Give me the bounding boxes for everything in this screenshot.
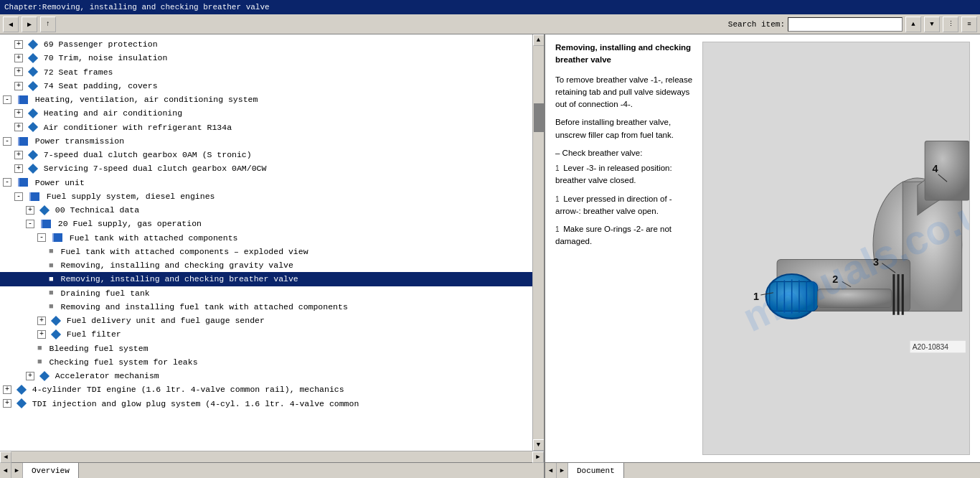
hscroll-right-btn[interactable]: ▶ — [532, 451, 544, 463]
tree-label: Fuel tank with attached components — [70, 233, 238, 243]
tree-item-heating-ac[interactable]: + Heating and air conditioning — [0, 106, 532, 120]
para-o-rings: 1 Make sure O-rings -2- are not damaged. — [555, 223, 695, 248]
doc-icon: ■ — [49, 245, 54, 258]
tree-item-remove-tank[interactable]: ■ Removing and installing fuel tank with… — [0, 300, 532, 314]
tree-item-fuel-tank[interactable]: - Fuel tank with attached components — [0, 231, 532, 245]
tree-item-fuel-diesel[interactable]: - Fuel supply system, diesel engines — [0, 189, 532, 203]
content-title: Removing, installing and checking breath… — [555, 42, 695, 67]
tree-item-00-tech[interactable]: + 00 Technical data — [0, 203, 532, 217]
tree-label: Fuel delivery unit and fuel gauge sender — [67, 316, 265, 325]
expand-icon[interactable]: + — [3, 399, 11, 408]
tree-item-7spd[interactable]: + 7-speed dual clutch gearbox 0AM (S tro… — [0, 148, 532, 161]
expand-icon[interactable]: - — [14, 192, 23, 201]
scroll-up-btn[interactable]: ▲ — [533, 34, 545, 46]
tree-hscrollbar[interactable]: ◀ ▶ — [0, 451, 544, 462]
expand-icon[interactable]: + — [37, 317, 46, 325]
hscroll-left-btn[interactable]: ◀ — [0, 451, 11, 463]
tree-item-20-fuel[interactable]: - 20 Fuel supply, gas operation — [0, 217, 532, 230]
tree-item-breather[interactable]: ■ Removing, installing and checking brea… — [0, 272, 532, 286]
statusbar: ◀ ▶ Overview ◀ ▶ Document — [0, 462, 980, 478]
expand-icon[interactable]: + — [14, 54, 23, 62]
tree-item-power-unit[interactable]: - Power unit — [0, 176, 532, 189]
expand-icon[interactable]: + — [14, 164, 23, 173]
tree-item-fuel-filter[interactable]: + Fuel filter — [0, 327, 532, 341]
tree-item-accelerator[interactable]: + Accelerator mechanism — [0, 369, 532, 383]
tree-item-70[interactable]: + 70 Trim, noise insulation — [0, 51, 532, 65]
expand-icon[interactable]: + — [14, 151, 23, 159]
tree-item-bleeding[interactable]: ■ Bleeding fuel system — [0, 342, 532, 355]
expand-icon[interactable]: + — [14, 109, 23, 118]
search-label: Search item: — [728, 20, 785, 29]
tree-scrollbar[interactable]: ▲ ▼ — [532, 34, 544, 451]
tree-item-fuel-delivery[interactable]: + Fuel delivery unit and fuel gauge send… — [0, 314, 532, 327]
expand-icon[interactable]: + — [37, 330, 46, 339]
tree-label: 72 Seat frames — [44, 67, 113, 77]
tab-document[interactable]: Document — [568, 463, 624, 478]
tree-label: Fuel supply system, diesel engines — [47, 192, 215, 201]
right-panel: Removing, installing and checking breath… — [545, 34, 980, 462]
search-next-btn[interactable]: ▼ — [924, 17, 940, 32]
tree-label: 7-speed dual clutch gearbox 0AM (S troni… — [44, 150, 252, 159]
tree-label: Air conditioner with refrigerant R134a — [44, 123, 232, 132]
scroll-thumb[interactable] — [534, 103, 544, 132]
left-status: ◀ ▶ Overview — [0, 463, 545, 478]
view-btn-2[interactable]: ≡ — [961, 17, 977, 32]
doc-icon: ■ — [49, 260, 54, 272]
tree-label: 70 Trim, noise insulation — [44, 53, 168, 62]
main-container: + 69 Passenger protection + 70 Trim, noi… — [0, 34, 980, 462]
tree-item-69[interactable]: + 69 Passenger protection — [0, 37, 532, 51]
toolbar-btn-2[interactable]: ▶ — [22, 17, 37, 32]
doc-icon: ■ — [49, 273, 54, 286]
expand-icon[interactable]: - — [26, 220, 34, 228]
tree-item-service-7spd[interactable]: + Servicing 7-speed dual clutch gearbox … — [0, 161, 532, 175]
search-prev-btn[interactable]: ▲ — [905, 17, 921, 32]
expand-icon[interactable]: - — [3, 95, 11, 104]
technical-diagram: 1 2 3 4 — [703, 42, 969, 454]
tree-item-power-trans[interactable]: - Power transmission — [0, 134, 532, 148]
tab-overview[interactable]: Overview — [23, 463, 79, 478]
scroll-right-btn[interactable]: ▶ — [11, 463, 23, 478]
expand-icon[interactable]: + — [14, 40, 23, 49]
expand-icon[interactable]: + — [14, 82, 23, 90]
tree-item-72[interactable]: + 72 Seat frames — [0, 65, 532, 79]
expand-icon[interactable]: + — [14, 67, 23, 76]
tree-label: Accelerator mechanism — [55, 371, 159, 380]
tree-item-drain[interactable]: ■ Draining fuel tank — [0, 286, 532, 300]
tree-item-4cyl-tdi[interactable]: + 4-cylinder TDI engine (1.6 ltr. 4-valv… — [0, 383, 532, 396]
tree-label: Checking fuel system for leaks — [50, 357, 198, 367]
expand-icon[interactable]: + — [14, 123, 23, 131]
doc-nav-prev-btn[interactable]: ◀ — [545, 463, 557, 478]
tree-label: 74 Seat padding, covers — [44, 81, 158, 90]
tree-container[interactable]: + 69 Passenger protection + 70 Trim, noi… — [0, 34, 532, 451]
tree-item-heating[interactable]: - Heating, ventilation, air conditioning… — [0, 93, 532, 106]
para-lever-released: 1 Lever -3- in released position: breath… — [555, 162, 695, 187]
tree-item-checking-leaks[interactable]: ■ Checking fuel system for leaks — [0, 355, 532, 369]
toolbar-btn-3[interactable]: ↑ — [40, 17, 56, 32]
tree-item-exploded[interactable]: ■ Fuel tank with attached components – e… — [0, 245, 532, 258]
tree-label: Heating and air conditioning — [44, 108, 182, 118]
tree-item-74[interactable]: + 74 Seat padding, covers — [0, 79, 532, 93]
expand-icon[interactable]: - — [3, 178, 11, 187]
tree-item-gravity[interactable]: ■ Removing, installing and checking grav… — [0, 258, 532, 272]
view-btn-1[interactable]: ⋮ — [943, 17, 958, 32]
svg-text:4: 4 — [932, 163, 938, 174]
tree-item-tdi-injection[interactable]: + TDI injection and glow plug system (4-… — [0, 397, 532, 411]
expand-icon[interactable]: - — [37, 233, 46, 242]
tree-item-ac-r134a[interactable]: + Air conditioner with refrigerant R134a — [0, 121, 532, 134]
scroll-down-btn[interactable]: ▼ — [533, 439, 545, 451]
para-lever-pressed: 1 Lever pressed in direction of -arrow-:… — [555, 193, 695, 218]
expand-icon[interactable]: + — [26, 372, 34, 380]
search-input[interactable] — [788, 17, 903, 32]
para-remove: To remove breather valve -1-, release re… — [555, 74, 695, 111]
para-install: Before installing breather valve, unscre… — [555, 116, 695, 141]
doc-nav-next-btn[interactable]: ▶ — [557, 463, 568, 478]
toolbar-btn-1[interactable]: ◀ — [3, 17, 19, 32]
title-text: Chapter:Removing, installing and checkin… — [4, 3, 270, 11]
expand-icon[interactable]: + — [26, 206, 34, 215]
image-area: 1 2 3 4 — [702, 42, 970, 455]
expand-icon[interactable]: - — [3, 137, 11, 146]
scroll-left-btn[interactable]: ◀ — [0, 463, 11, 478]
tree-label: Power transmission — [35, 136, 124, 146]
expand-icon[interactable]: + — [3, 385, 11, 394]
svg-text:A20-10834: A20-10834 — [913, 343, 949, 351]
